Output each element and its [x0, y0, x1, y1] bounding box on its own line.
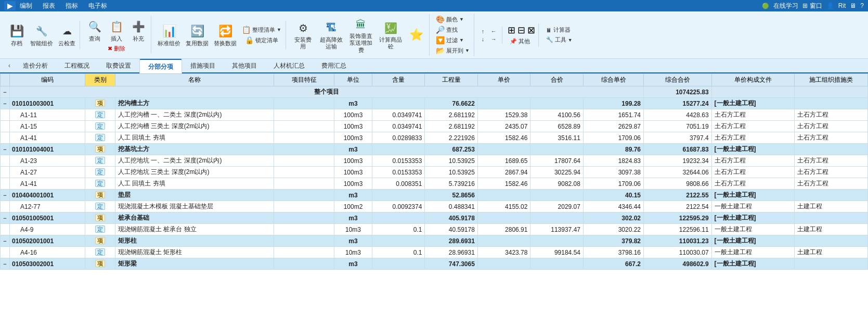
tab-zaojia[interactable]: 造价分析: [15, 58, 56, 73]
expand-icon[interactable]: −: [3, 146, 6, 153]
tab-qita[interactable]: 其他项目: [224, 58, 265, 73]
nav-left-btn[interactable]: ←: [489, 28, 499, 35]
special-btn[interactable]: ⭐: [406, 26, 427, 44]
table-row[interactable]: − 010501005001 项 桩承台基础 m3 405.9178 302.0…: [1, 212, 868, 224]
table-row[interactable]: − 010503002001 项 矩形梁 m3 747.3065 667.2 4…: [1, 258, 868, 270]
window-btn[interactable]: ⊞ 窗口: [802, 2, 822, 10]
table-row[interactable]: A1-41 定 人工 回填土 夯填 100m3 0.0289833 2.2219…: [1, 132, 868, 144]
th-zonghe-danjia[interactable]: 综合单价: [583, 74, 643, 86]
replace-data-btn[interactable]: 🔁 替换数据: [212, 22, 239, 48]
screen-btn[interactable]: 🖥: [850, 2, 856, 9]
menu-bianzhi[interactable]: 编制: [20, 2, 32, 10]
insert-btn[interactable]: 📋 插入: [106, 17, 127, 44]
grid-view-btn[interactable]: ⊞ ⊟ ⊠: [508, 24, 535, 36]
td-expand[interactable]: [1, 224, 10, 235]
rit-label: Rit: [838, 2, 846, 9]
th-zonghe-hejia[interactable]: 综合合价: [644, 74, 712, 86]
th-unit[interactable]: 单位: [334, 74, 372, 86]
expand-icon[interactable]: −: [3, 238, 6, 244]
td-expand[interactable]: −: [1, 86, 10, 98]
td-expand[interactable]: [1, 121, 10, 132]
tab-qufei[interactable]: 取费设置: [98, 58, 139, 73]
expand-btn[interactable]: 📂 展开到 ▼: [434, 46, 472, 55]
app-logo[interactable]: ▶: [4, 1, 16, 10]
smart-group-btn[interactable]: 🔧 智能组价: [28, 22, 55, 48]
table-row[interactable]: − 010101004001 项 挖基坑土方 m3 687.253 89.76 …: [1, 144, 868, 155]
calculator-btn[interactable]: 🖩 计算器: [544, 26, 575, 34]
th-code[interactable]: 编码: [10, 74, 85, 86]
td-expand[interactable]: [1, 132, 10, 144]
th-quantity[interactable]: 含量: [372, 74, 425, 86]
delete-btn[interactable]: ✖ 删除: [108, 45, 125, 53]
tab-left-arrow[interactable]: ‹: [4, 60, 15, 71]
th-shigong[interactable]: 施工组织措施类: [795, 74, 868, 86]
cloud-check-btn[interactable]: ☁ 云检查: [56, 22, 77, 48]
std-price-btn[interactable]: 📊 标准组价: [156, 22, 183, 48]
other-btn[interactable]: 📌 其他: [508, 37, 535, 46]
table-row[interactable]: A1-23 定 人工挖地坑 一、二类土 深度(2m以内) 100m3 0.015…: [1, 155, 868, 167]
install-cost-btn[interactable]: ⚙ 安装费用: [290, 19, 316, 51]
th-type[interactable]: 类别: [85, 74, 115, 86]
td-expand[interactable]: [1, 201, 10, 212]
td-expand[interactable]: −: [1, 212, 10, 224]
table-row[interactable]: − 010101003001 项 挖沟槽土方 m3 76.6622 199.28…: [1, 98, 868, 109]
table-row[interactable]: A1-15 定 人工挖沟槽 三类土 深度(2m以内) 100m3 0.03497…: [1, 121, 868, 132]
nav-up-btn[interactable]: ↑: [480, 28, 488, 35]
color-btn[interactable]: 🎨 颜色 ▼: [434, 15, 472, 24]
expand-icon[interactable]: −: [3, 192, 6, 198]
filter-btn[interactable]: 🔽 过滤 ▼: [434, 35, 472, 45]
tab-renchangji[interactable]: 人材机汇总: [265, 58, 313, 73]
tab-fenbufenxiang[interactable]: 分部分项: [139, 59, 182, 73]
superhigh-btn[interactable]: 🏗 超高降效运输: [317, 19, 346, 51]
td-expand[interactable]: [1, 178, 10, 190]
table-row[interactable]: A4-9 定 现浇钢筋混凝土 桩承台 独立 10m3 0.1 40.59178 …: [1, 224, 868, 235]
expand-icon[interactable]: −: [3, 215, 6, 221]
table-row[interactable]: A12-77 定 现浇混凝土木模板 混凝土基础垫层 100m2 0.009237…: [1, 201, 868, 212]
th-name[interactable]: 名称: [115, 74, 274, 86]
table-row[interactable]: − 010404001001 项 垫层 m3 52.8656 40.15 212…: [1, 190, 868, 201]
calc-commodity-btn[interactable]: 💹 计算商品砼: [377, 19, 405, 51]
th-danjia[interactable]: 单价: [477, 74, 530, 86]
td-expand[interactable]: [1, 167, 10, 178]
repeat-data-btn[interactable]: 🔄 复用数据: [184, 22, 211, 48]
nav-down-btn[interactable]: ↓: [480, 35, 488, 43]
td-expand[interactable]: [1, 109, 10, 121]
table-row[interactable]: A1-11 定 人工挖沟槽 一、二类土 深度(2m以内) 100m3 0.034…: [1, 109, 868, 121]
tools-btn[interactable]: 🔧 工具 ▼: [544, 35, 575, 44]
th-danjia-file[interactable]: 单价构成文件: [711, 74, 795, 86]
table-row[interactable]: − 010502001001 项 矩形柱 m3 289.6931 379.82 …: [1, 235, 868, 247]
nav-right-btn[interactable]: →: [489, 35, 499, 43]
table-row[interactable]: A1-27 定 人工挖地坑 三类土 深度(2m以内) 100m3 0.01533…: [1, 167, 868, 178]
td-expand[interactable]: −: [1, 144, 10, 155]
table-row[interactable]: A1-41 定 人工 回填土 夯填 100m3 0.008351 5.73921…: [1, 178, 868, 190]
decor-vertical-btn[interactable]: 🏛 装饰垂直泵送增加费: [347, 15, 375, 55]
td-expand[interactable]: −: [1, 98, 10, 109]
menu-baobiao[interactable]: 报表: [43, 2, 55, 10]
td-expand[interactable]: [1, 155, 10, 167]
expand-icon[interactable]: −: [3, 261, 6, 267]
menu-zhibiao[interactable]: 指标: [66, 2, 78, 10]
td-expand[interactable]: −: [1, 190, 10, 201]
th-gongchengliang[interactable]: 工程量: [425, 74, 478, 86]
tab-cuoshi[interactable]: 措施项目: [182, 58, 224, 73]
help-btn[interactable]: ?: [860, 2, 864, 9]
td-code: A1-27: [10, 167, 85, 178]
td-expand[interactable]: −: [1, 258, 10, 270]
td-expand[interactable]: −: [1, 235, 10, 247]
find-btn[interactable]: 🔎 查找: [434, 25, 472, 34]
th-feature[interactable]: 项目特征: [274, 74, 334, 86]
online-study[interactable]: 在线学习: [773, 2, 798, 10]
menu-dianzibiao[interactable]: 电子标: [88, 2, 107, 10]
expand-icon[interactable]: −: [3, 101, 6, 107]
query-btn[interactable]: 🔍 查询: [84, 17, 105, 44]
save-btn[interactable]: 💾 存档: [6, 22, 27, 48]
user-btn[interactable]: 👤: [826, 2, 834, 9]
tab-gongcheng[interactable]: 工程概况: [56, 58, 98, 73]
lock-list-btn[interactable]: 🔒 锁定清单: [243, 35, 280, 45]
tab-feiyong[interactable]: 费用汇总: [313, 58, 355, 73]
td-expand[interactable]: [1, 247, 10, 258]
supplement-btn[interactable]: ➕ 补充: [128, 17, 149, 44]
table-row[interactable]: A4-16 定 现浇钢筋混凝土 矩形柱 10m3 0.1 28.96931 34…: [1, 247, 868, 258]
th-hejia[interactable]: 合价: [530, 74, 584, 86]
sort-list-btn[interactable]: 📋 整理清单 ▼: [240, 25, 283, 34]
